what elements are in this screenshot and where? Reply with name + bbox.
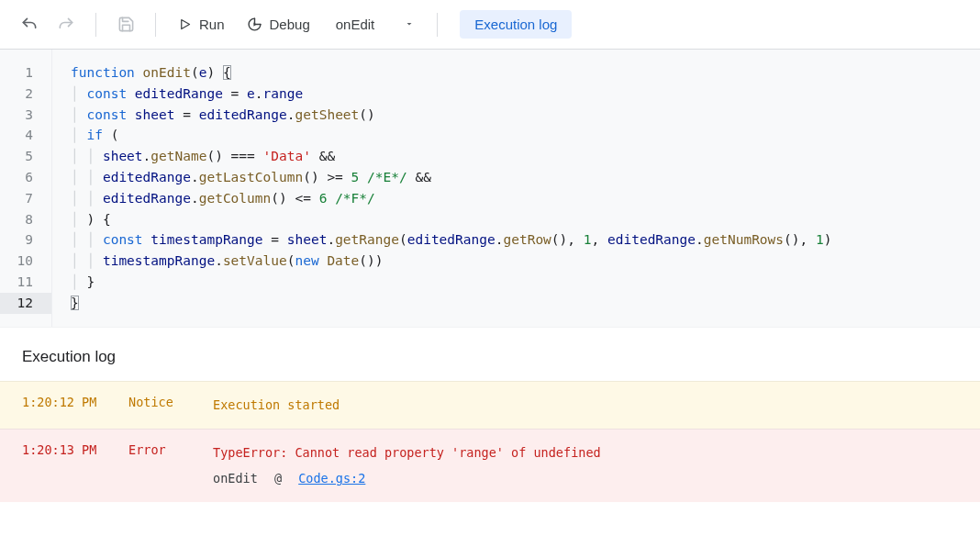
log-stack-link[interactable]: Code.gs:2: [298, 471, 365, 486]
log-row: 1:20:12 PM Notice Execution started: [0, 381, 980, 429]
log-message: TypeError: Cannot read property 'range' …: [213, 442, 958, 490]
log-level: Notice: [128, 395, 213, 409]
redo-button[interactable]: [50, 8, 83, 41]
log-stack-fn: onEdit: [213, 471, 258, 486]
run-label: Run: [199, 17, 225, 32]
chevron-down-icon: [404, 17, 415, 32]
code-editor[interactable]: 123456789101112 function onEdit(e) {│ co…: [0, 50, 980, 328]
function-select[interactable]: onEdit: [323, 11, 425, 38]
log-time: 1:20:12 PM: [22, 395, 128, 409]
play-icon: [178, 17, 192, 31]
function-select-label: onEdit: [336, 17, 375, 32]
execution-log-label: Execution log: [474, 17, 557, 32]
debug-icon: [247, 17, 262, 32]
undo-button[interactable]: [13, 8, 46, 41]
execution-log-button[interactable]: Execution log: [460, 10, 572, 39]
svg-marker-0: [182, 20, 190, 29]
debug-button[interactable]: Debug: [238, 11, 319, 38]
code-area[interactable]: function onEdit(e) {│ const editedRange …: [51, 50, 980, 327]
log-time: 1:20:13 PM: [22, 442, 128, 457]
execution-log-title: Execution log: [0, 328, 980, 381]
toolbar: Run Debug onEdit Execution log: [0, 0, 980, 50]
separator: [155, 13, 156, 37]
execution-log-panel: Execution log 1:20:12 PM Notice Executio…: [0, 328, 980, 503]
line-gutter: 123456789101112: [0, 50, 51, 327]
log-row: 1:20:13 PM Error TypeError: Cannot read …: [0, 429, 980, 503]
debug-label: Debug: [270, 17, 310, 32]
log-stack: onEdit @ Code.gs:2: [213, 468, 958, 489]
log-level: Error: [128, 442, 213, 457]
log-stack-at: @: [274, 471, 282, 486]
separator: [437, 13, 438, 37]
log-message: Execution started: [213, 395, 958, 416]
redo-icon: [57, 16, 75, 34]
save-button[interactable]: [109, 8, 142, 41]
save-icon: [117, 16, 135, 33]
log-error-text: TypeError: Cannot read property 'range' …: [213, 445, 601, 460]
separator: [95, 13, 96, 37]
run-button[interactable]: Run: [169, 11, 234, 38]
undo-icon: [20, 16, 39, 34]
